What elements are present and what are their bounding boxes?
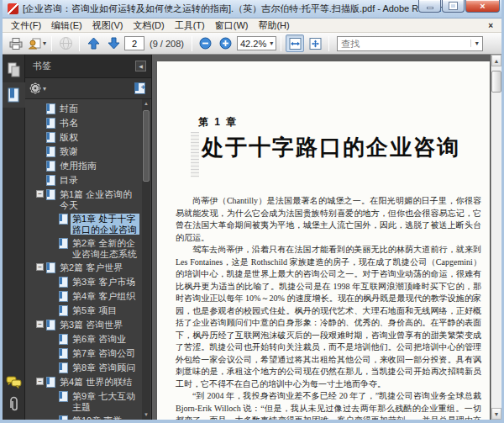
collaborate-button[interactable] <box>56 34 75 52</box>
pages-panel-tab[interactable] <box>3 57 25 82</box>
bookmark-item-book-title[interactable]: 书名 <box>25 116 151 130</box>
bookmark-page-icon <box>59 305 68 316</box>
menu-item-document[interactable]: 文档(D) <box>128 19 169 33</box>
find-input[interactable] <box>338 37 470 50</box>
close-button[interactable]: × <box>465 0 500 13</box>
paragraph: 尚蒂伊（Chantilly）是法国最著名的城堡之一。在阳光明媚的日子里，你很容易… <box>176 195 481 244</box>
bookmark-page-icon <box>46 377 55 388</box>
bookmark-item-ch6[interactable]: 第6章 咨询业 <box>25 332 151 346</box>
window-title: [企业咨询：咨询业如何运转及如何使之运转的指南].（英）吉尔伯特·托平等.扫描版… <box>23 3 442 15</box>
fit-page-button[interactable] <box>306 34 324 52</box>
scroll-down-icon[interactable]: ▼ <box>142 410 150 420</box>
arrow-up-icon <box>87 37 100 50</box>
zoom-out-button[interactable] <box>197 34 215 52</box>
next-page-button[interactable] <box>104 34 123 52</box>
bookmark-expander-icon[interactable]: − <box>36 320 44 328</box>
menu-item-view[interactable]: 视图(V) <box>87 19 129 33</box>
bookmark-page-icon <box>46 132 55 143</box>
bookmark-item-acknowledgement[interactable]: 致谢 <box>25 145 151 159</box>
bookmark-expander-icon[interactable]: − <box>36 263 44 271</box>
bookmark-item-part2[interactable]: −第2篇 客户世界 <box>25 261 151 275</box>
menu-item-tools[interactable]: 工具(T) <box>170 19 210 33</box>
bookmarks-sidebar: 书签 ◀ ▾ + 封面书名版权致谢使用指南目录−第1篇 企业咨询的今天第1章 处… <box>25 55 152 420</box>
bookmark-page-icon <box>46 118 55 129</box>
bookmark-item-cover[interactable]: 封面 <box>25 102 151 116</box>
fit-page-icon <box>308 37 323 50</box>
new-bookmark-icon <box>135 83 139 91</box>
document-scrollbar[interactable]: ▲ ▼ <box>491 55 501 420</box>
comments-panel-tab[interactable] <box>6 376 22 389</box>
maximize-button[interactable] <box>442 0 465 13</box>
share-icon <box>28 37 42 50</box>
maximize-icon <box>449 3 457 9</box>
bookmark-item-ch2[interactable]: 第2章 全新的企业咨询生态系统 <box>25 236 151 261</box>
print-button[interactable] <box>7 34 25 52</box>
previous-page-button[interactable] <box>84 34 102 52</box>
bookmark-page-icon <box>59 348 68 359</box>
bookmark-item-copyright[interactable]: 版权 <box>25 130 151 145</box>
menu-item-help[interactable]: 帮助(H) <box>253 19 294 33</box>
bookmark-item-part4[interactable]: −第4篇 世界的联结 <box>25 375 151 389</box>
bookmark-page-icon <box>59 391 68 402</box>
doc-scroll-up-icon[interactable]: ▲ <box>491 55 501 66</box>
attachments-panel-tab[interactable] <box>7 396 20 413</box>
sidebar-scrollbar[interactable]: ▲ ▼ <box>142 99 150 420</box>
bookmark-label: 致谢 <box>58 146 80 157</box>
new-bookmark-button[interactable]: + <box>134 82 145 94</box>
bookmark-label: 第6章 咨询业 <box>71 334 128 345</box>
bookmark-expander-icon[interactable]: − <box>36 378 44 385</box>
main-content: 书签 ◀ ▾ + 封面书名版权致谢使用指南目录−第1篇 企业咨询的今天第1章 处… <box>3 55 501 420</box>
bookmark-item-ch7[interactable]: 第7章 咨询公司 <box>25 346 151 361</box>
doc-scroll-down-icon[interactable]: ▼ <box>491 408 501 420</box>
globe-icon <box>59 36 73 50</box>
panel-header: 书签 ◀ <box>25 55 151 78</box>
bookmark-item-part3[interactable]: −第3篇 咨询世界 <box>25 318 151 332</box>
bookmark-label: 第4篇 世界的联结 <box>58 377 134 388</box>
bookmark-label: 第5章 项目 <box>71 305 118 316</box>
panel-options-bar: ▾ + <box>25 78 151 99</box>
zoom-dropdown-caret-icon: ▾ <box>270 40 273 47</box>
document-scrollbar-thumb[interactable] <box>491 71 501 93</box>
bookmark-tree: 封面书名版权致谢使用指南目录−第1篇 企业咨询的今天第1章 处于十字路口的企业咨… <box>25 99 151 420</box>
bookmark-label: 书名 <box>58 118 80 129</box>
bookmark-label: 第2篇 客户世界 <box>58 262 124 273</box>
minimize-button[interactable] <box>418 0 441 13</box>
zoom-in-button[interactable] <box>217 34 235 52</box>
options-menu-button[interactable]: ▾ <box>31 84 46 93</box>
menu-item-window[interactable]: 窗口(W) <box>210 19 254 33</box>
paperclip-icon <box>7 396 20 413</box>
bookmark-item-ch5[interactable]: 第5章 项目 <box>25 304 151 318</box>
bookmark-label: 第8章 咨询顾问 <box>71 362 137 373</box>
bookmark-item-ch10[interactable]: 第10章 声誉——客户市场与咨询 <box>25 414 151 420</box>
bookmark-item-guide[interactable]: 使用指南 <box>25 159 151 173</box>
bookmark-item-ch3[interactable]: 第3章 客户市场 <box>25 275 151 289</box>
find-dropdown-caret-icon[interactable]: ▾ <box>470 40 482 47</box>
chapter-label: 第 1 章 <box>198 115 490 130</box>
bookmarks-panel-tab[interactable] <box>3 82 25 108</box>
bookmark-item-ch4[interactable]: 第4章 客户组织 <box>25 289 151 304</box>
sidebar-scrollbar-thumb[interactable] <box>143 110 150 182</box>
bookmark-expander-icon[interactable]: − <box>36 190 44 198</box>
zoom-level-box[interactable]: 42.2% ▾ <box>237 36 276 50</box>
bookmark-item-ch9[interactable]: 第9章 七大互动主题 <box>25 389 151 414</box>
bookmark-item-ch1[interactable]: 第1章 处于十字路口的企业咨询 <box>25 212 151 236</box>
pages-icon <box>7 62 21 77</box>
menubar-close-icon[interactable]: × <box>483 21 498 30</box>
bookmark-item-ch8[interactable]: 第8章 咨询顾问 <box>25 361 151 375</box>
document-page: 第 1 章 处于十字路口的企业咨询 尚蒂伊（Chantilly）是法国最著名的城… <box>157 61 490 420</box>
menu-item-file[interactable]: 文件(F) <box>6 19 46 33</box>
share-button[interactable]: ▾ <box>27 34 47 52</box>
bookmark-page-icon <box>59 277 68 288</box>
fit-width-button[interactable] <box>286 34 304 52</box>
page-number-input[interactable] <box>124 36 144 50</box>
caption-buttons: × <box>417 0 500 13</box>
bookmark-rows: 封面书名版权致谢使用指南目录−第1篇 企业咨询的今天第1章 处于十字路口的企业咨… <box>25 102 151 420</box>
menu-item-edit[interactable]: 编辑(E) <box>46 19 87 33</box>
bookmark-item-toc[interactable]: 目录 <box>25 173 151 188</box>
bookmark-item-part1[interactable]: −第1篇 企业咨询的今天 <box>25 188 151 212</box>
scroll-up-icon[interactable]: ▲ <box>142 99 150 108</box>
bookmark-page-icon <box>46 175 55 186</box>
bookmark-page-icon <box>59 238 68 249</box>
bookmark-page-icon <box>46 189 55 200</box>
collapse-panel-button[interactable]: ◀ <box>135 61 146 71</box>
